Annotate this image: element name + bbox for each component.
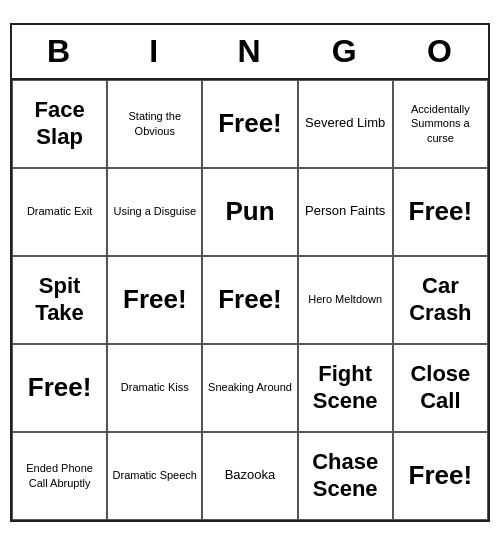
bingo-cell: Sneaking Around <box>202 344 297 432</box>
cell-text: Pun <box>225 195 274 229</box>
cell-text: Bazooka <box>225 467 276 484</box>
bingo-cell: Free! <box>107 256 202 344</box>
bingo-cell: Free! <box>393 168 488 256</box>
cell-text: Hero Meltdown <box>308 292 382 306</box>
bingo-cell: Dramatic Exit <box>12 168 107 256</box>
bingo-cell: Free! <box>202 256 297 344</box>
header-letter: O <box>393 25 488 78</box>
cell-text: Dramatic Exit <box>27 204 92 218</box>
bingo-cell: Fight Scene <box>298 344 393 432</box>
bingo-cell: Accidentally Summons a curse <box>393 80 488 168</box>
header-letter: G <box>298 25 393 78</box>
bingo-cell: Person Faints <box>298 168 393 256</box>
cell-text: Accidentally Summons a curse <box>398 102 483 145</box>
bingo-grid: Face SlapStating the ObviousFree!Severed… <box>12 80 488 520</box>
bingo-cell: Stating the Obvious <box>107 80 202 168</box>
cell-text: Ended Phone Call Abruptly <box>17 461 102 490</box>
bingo-cell: Pun <box>202 168 297 256</box>
bingo-cell: Close Call <box>393 344 488 432</box>
bingo-cell: Using a Disguise <box>107 168 202 256</box>
bingo-cell: Dramatic Speech <box>107 432 202 520</box>
bingo-card: BINGO Face SlapStating the ObviousFree!S… <box>10 23 490 522</box>
bingo-cell: Severed Limb <box>298 80 393 168</box>
cell-text: Free! <box>123 283 187 317</box>
bingo-cell: Ended Phone Call Abruptly <box>12 432 107 520</box>
header-letter: B <box>12 25 107 78</box>
cell-text: Using a Disguise <box>114 204 197 218</box>
cell-text: Dramatic Speech <box>113 468 197 482</box>
bingo-cell: Chase Scene <box>298 432 393 520</box>
cell-text: Free! <box>409 195 473 229</box>
cell-text: Dramatic Kiss <box>121 380 189 394</box>
bingo-cell: Free! <box>393 432 488 520</box>
header-letter: I <box>107 25 202 78</box>
bingo-cell: Spit Take <box>12 256 107 344</box>
cell-text: Free! <box>218 107 282 141</box>
cell-text: Stating the Obvious <box>112 109 197 138</box>
cell-text: Free! <box>218 283 282 317</box>
cell-text: Free! <box>409 459 473 493</box>
bingo-cell: Bazooka <box>202 432 297 520</box>
cell-text: Chase Scene <box>303 449 388 502</box>
cell-text: Face Slap <box>17 97 102 150</box>
bingo-cell: Free! <box>12 344 107 432</box>
cell-text: Spit Take <box>17 273 102 326</box>
bingo-cell: Free! <box>202 80 297 168</box>
cell-text: Close Call <box>398 361 483 414</box>
bingo-header: BINGO <box>12 25 488 80</box>
bingo-cell: Face Slap <box>12 80 107 168</box>
cell-text: Fight Scene <box>303 361 388 414</box>
cell-text: Free! <box>28 371 92 405</box>
bingo-cell: Hero Meltdown <box>298 256 393 344</box>
bingo-cell: Car Crash <box>393 256 488 344</box>
cell-text: Severed Limb <box>305 115 385 132</box>
cell-text: Sneaking Around <box>208 380 292 394</box>
cell-text: Person Faints <box>305 203 385 220</box>
bingo-cell: Dramatic Kiss <box>107 344 202 432</box>
cell-text: Car Crash <box>398 273 483 326</box>
header-letter: N <box>202 25 297 78</box>
